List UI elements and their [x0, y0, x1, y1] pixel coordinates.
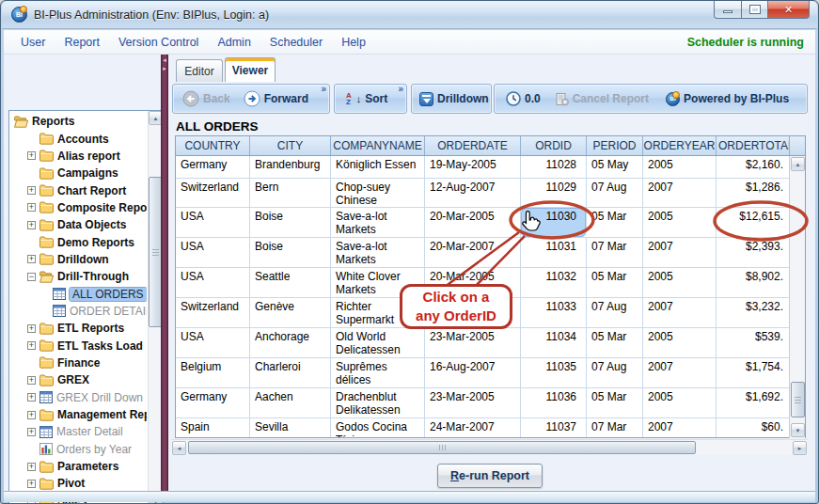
expander-plus-icon[interactable]: + — [27, 428, 36, 436]
expander-plus-icon[interactable]: + — [27, 393, 36, 402]
cell-ordid[interactable]: 11028 — [521, 156, 587, 178]
forward-button[interactable]: Forward — [244, 90, 308, 107]
cell-country: Belgium — [176, 358, 250, 387]
overflow-chevron-icon[interactable]: » — [321, 84, 326, 94]
tree-item-all-orders[interactable]: ALL ORDERS — [10, 285, 147, 302]
tree-item-chart-report[interactable]: +Chart Report — [10, 181, 147, 198]
tree-item-reports[interactable]: Reports — [10, 113, 147, 130]
expander-plus-icon[interactable]: + — [27, 151, 36, 160]
cell-ordid[interactable]: 11035 — [521, 358, 587, 387]
expander-plus-icon[interactable]: + — [27, 463, 36, 471]
menu-item-admin[interactable]: Admin — [208, 36, 260, 49]
expander-plus-icon[interactable]: + — [27, 221, 36, 229]
sort-button[interactable]: AZ↓ Sort — [346, 92, 387, 105]
table-hscroll-thumb[interactable] — [188, 441, 696, 454]
cell-ordid[interactable]: 11034 — [521, 328, 587, 357]
cell-ordid[interactable]: 11030 — [521, 208, 587, 237]
rerun-report-button[interactable]: Re-run Report — [437, 464, 543, 488]
table-vertical-scrollbar[interactable]: ▲ ▼ — [789, 156, 805, 438]
column-header-period[interactable]: PERIOD — [587, 136, 643, 155]
expander-plus-icon[interactable]: + — [27, 376, 36, 385]
overflow-chevron-icon[interactable]: » — [398, 84, 403, 94]
minimize-button[interactable] — [714, 1, 742, 19]
tree-item-demo-reports[interactable]: Demo Reports — [10, 233, 147, 250]
cell-date: 16-Aug-2007 — [425, 358, 521, 387]
expander-plus-icon[interactable]: + — [27, 411, 36, 419]
tree-item-grex[interactable]: +GREX — [10, 371, 147, 388]
folder-icon — [39, 461, 54, 473]
tree-item-data-objects[interactable]: +Data Objects — [10, 216, 147, 233]
expander-minus-icon[interactable]: − — [27, 273, 36, 281]
maximize-button[interactable] — [741, 1, 768, 19]
expander-plus-icon[interactable]: + — [27, 341, 36, 350]
back-button[interactable]: Back — [182, 90, 230, 107]
scroll-up-button[interactable]: ▲ — [791, 157, 805, 171]
tree-item-label: Pivot — [57, 477, 85, 490]
column-header-orderyear[interactable]: ORDERYEAR — [643, 136, 717, 155]
drilldown-button[interactable]: Drilldown — [419, 92, 489, 106]
tree-item-campaigns[interactable]: Campaigns — [10, 165, 147, 181]
cell-date: 24-Mar-2007 — [425, 418, 521, 437]
tree-item-pivot[interactable]: +Pivot — [10, 475, 147, 492]
menu-item-scheduler[interactable]: Scheduler — [260, 36, 332, 49]
tab-viewer[interactable]: Viewer — [225, 57, 276, 82]
tree-item-management-repo[interactable]: +Management Repo — [10, 406, 147, 423]
tree-item-label: Accounts — [57, 133, 109, 146]
tree-item-alias-report[interactable]: +Alias report — [10, 148, 147, 165]
column-header-ordid[interactable]: ORDID — [521, 136, 587, 155]
expander-plus-icon[interactable]: + — [27, 203, 36, 212]
cancel-report-button[interactable]: Cancel Report — [556, 92, 649, 106]
tree-item-grex-drill-down[interactable]: +GREX Drill Down — [10, 389, 147, 406]
column-header-city[interactable]: CITY — [250, 136, 331, 155]
menu-item-help[interactable]: Help — [332, 36, 375, 49]
tree-item-drilldown[interactable]: +Drilldown — [10, 251, 147, 268]
expand-right-icon[interactable]: ▸ — [161, 65, 168, 72]
column-header-ordertotal[interactable]: ORDERTOTAL — [717, 136, 790, 155]
menu-item-user[interactable]: User — [11, 36, 55, 49]
toolbar-navigation-group: » Back Forward — [172, 84, 330, 114]
cell-ordid[interactable]: 11031 — [521, 238, 587, 267]
cell-total: $1,754. — [717, 358, 790, 387]
menu-item-report[interactable]: Report — [55, 36, 109, 49]
panel-splitter[interactable]: ◂ ▸ — [161, 55, 168, 500]
tree-item-accounts[interactable]: Accounts — [10, 130, 147, 147]
table-row: BelgiumCharleroiSuprêmes délices16-Aug-2… — [176, 358, 805, 388]
cell-city: Sevilla — [250, 418, 331, 437]
table-horizontal-scrollbar[interactable]: ◄ ► — [171, 439, 808, 454]
tree-item-parameters[interactable]: +Parameters — [10, 458, 147, 475]
column-header-country[interactable]: COUNTRY — [176, 136, 250, 155]
tree-item-master-detail[interactable]: +Master Detail — [10, 423, 147, 440]
tab-editor[interactable]: Editor — [176, 59, 223, 82]
column-header-companyname[interactable]: COMPANYNAME — [331, 136, 425, 155]
toolbar-drilldown-group: Drilldown — [411, 84, 492, 114]
column-header-orderdate[interactable]: ORDERDATE — [425, 136, 521, 155]
tree-item-orders-by-year[interactable]: Orders by Year — [10, 441, 147, 458]
collapse-left-icon[interactable]: ◂ — [161, 56, 168, 64]
cell-ordid[interactable]: 11032 — [521, 268, 587, 297]
cell-ordid[interactable]: 11036 — [521, 388, 587, 417]
folder-icon — [39, 201, 54, 213]
cell-ordid[interactable]: 11029 — [521, 179, 587, 207]
close-button[interactable]: ✕ — [767, 1, 810, 19]
table-scroll-thumb[interactable] — [791, 382, 805, 417]
scroll-down-button[interactable]: ▼ — [791, 423, 805, 437]
tree-item-composite-report[interactable]: +Composite Report — [10, 199, 147, 216]
scroll-left-button[interactable]: ◄ — [172, 441, 186, 455]
tree-item-etl-tasks-load[interactable]: +ETL Tasks Load — [10, 337, 147, 354]
cell-ordid[interactable]: 11033 — [521, 298, 587, 327]
expander-plus-icon[interactable]: + — [27, 324, 36, 333]
cell-total: $539. — [717, 328, 790, 357]
scroll-right-button[interactable]: ► — [793, 441, 807, 455]
expander-plus-icon[interactable]: + — [27, 255, 36, 263]
expander-plus-icon[interactable]: + — [27, 186, 36, 195]
menu-item-version-control[interactable]: Version Control — [109, 36, 208, 49]
column-header-filler — [790, 136, 806, 155]
tree-item-drill-through[interactable]: −Drill-Through — [10, 268, 147, 285]
tree-item-etl-reports[interactable]: +ETL Reports — [10, 320, 147, 337]
expander-plus-icon[interactable]: + — [27, 480, 36, 488]
tree-item-finance[interactable]: Finance — [10, 354, 147, 371]
minimize-icon — [723, 10, 732, 13]
cell-ordid[interactable]: 11037 — [521, 418, 587, 437]
sort-az-icon: AZ — [346, 92, 352, 105]
tree-item-order-detail[interactable]: ORDER DETAIL — [10, 303, 147, 320]
